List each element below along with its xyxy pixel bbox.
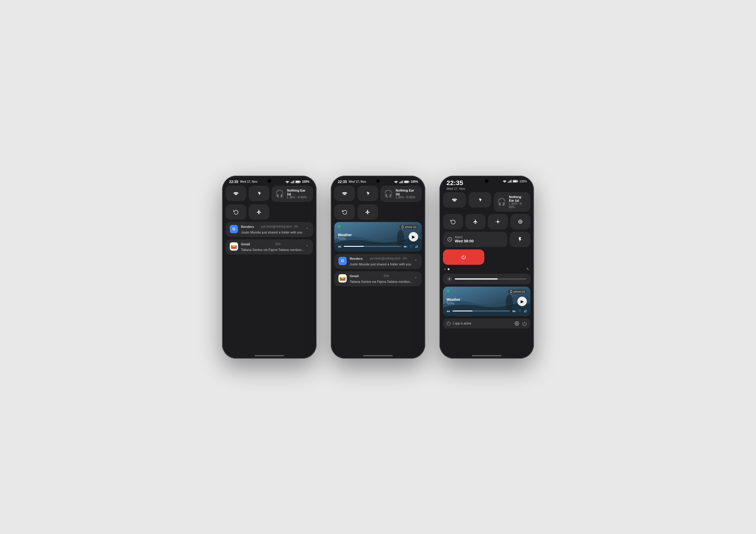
p3-prev-btn[interactable]: ⏮ bbox=[446, 309, 450, 313]
svg-rect-12 bbox=[405, 181, 408, 182]
phone2-status-icons: 100% bbox=[394, 180, 418, 183]
p3-repeat-btn[interactable]: ⇄ bbox=[524, 309, 527, 313]
p2-gmail-expand[interactable]: ⌄ bbox=[414, 274, 418, 279]
brightness-track bbox=[455, 279, 526, 280]
phone3-dim-btn[interactable] bbox=[488, 214, 508, 229]
phone1-airplane-btn[interactable] bbox=[249, 204, 269, 220]
p3-airplane-icon bbox=[473, 219, 478, 224]
svg-rect-19 bbox=[511, 180, 511, 182]
brightness-fill bbox=[455, 279, 498, 280]
phone1-data-btn[interactable] bbox=[249, 186, 269, 201]
phone1-notif-renders[interactable]: G Renders yuri.levin@nothing.tech · 2m ⌄… bbox=[226, 222, 313, 237]
p2-repeat-btn[interactable]: ⇄ bbox=[415, 244, 418, 249]
phone2-earbuds-tile[interactable]: 🎧 Nothing Ear (a) L 90% · R 80% bbox=[380, 186, 422, 202]
phone3-airplane-btn[interactable] bbox=[465, 214, 485, 229]
p2-earbuds-icon: 🎧 bbox=[384, 190, 393, 198]
p2-next-btn[interactable]: ⏭ bbox=[404, 244, 407, 249]
phone2-quick-row2 bbox=[334, 204, 422, 220]
phone3-data-btn[interactable] bbox=[468, 192, 491, 207]
svg-line-34 bbox=[451, 280, 451, 280]
p2-renders-meta: yuri.levin@nothing.tech · 2m bbox=[370, 257, 407, 261]
earbuds-name: Nothing Ear (a) bbox=[287, 189, 310, 196]
p2-progress-fill bbox=[344, 246, 364, 247]
svg-rect-21 bbox=[513, 180, 517, 182]
phone3-row3: Alarm Wed 08:00 bbox=[443, 232, 530, 265]
p3-spotify-dot bbox=[446, 290, 449, 293]
svg-rect-10 bbox=[402, 180, 403, 183]
p3-media-source bbox=[446, 290, 449, 293]
flashlight-icon bbox=[517, 237, 523, 242]
phone1-wifi-btn[interactable] bbox=[226, 186, 246, 201]
phone2-home-indicator[interactable] bbox=[363, 355, 393, 356]
phone2-rotate-btn[interactable] bbox=[334, 204, 355, 220]
edit-btn[interactable]: ✎ bbox=[526, 267, 529, 271]
svg-rect-17 bbox=[509, 181, 510, 182]
phone2-wifi-btn[interactable] bbox=[334, 186, 355, 201]
phone3-flashlight-btn[interactable] bbox=[510, 232, 530, 247]
phone1-notif-gmail[interactable]: Gmail 10m ⌄ Tatiana Santos via Figma Tat… bbox=[226, 239, 313, 254]
p2-play-btn[interactable]: ▶ bbox=[409, 232, 418, 241]
p2-progress-bar[interactable] bbox=[344, 246, 401, 247]
svg-rect-13 bbox=[409, 181, 409, 182]
p2-prev-btn[interactable]: ⏮ bbox=[338, 244, 341, 249]
alarm-icon bbox=[447, 237, 452, 242]
phone3-earbuds-tile[interactable]: 🎧 Nothing Ear (a) L 90% · R 80% bbox=[494, 192, 530, 212]
wifi-btn-icon bbox=[233, 191, 239, 196]
p2-like-btn[interactable]: ♡ bbox=[410, 244, 413, 249]
phone1-home-indicator[interactable] bbox=[255, 355, 284, 356]
p3-progress-bar[interactable] bbox=[452, 310, 510, 311]
phone2-media-player[interactable]: phone (2) Weather Tycho ▶ ⏮ bbox=[334, 222, 422, 252]
p3-next-btn[interactable]: ⏭ bbox=[512, 309, 516, 313]
phone3-media-player[interactable]: phone (2) Weather Tycho ▶ ⏮ bbox=[443, 287, 530, 316]
p3-phone-badge-icon bbox=[510, 290, 513, 293]
p2-renders-expand[interactable]: ⌄ bbox=[414, 257, 418, 261]
phone2-time: 22:35 bbox=[338, 180, 347, 184]
p3-media-controls: ⏮ ⏭ ♡ ⇄ bbox=[446, 309, 527, 313]
spotify-dot bbox=[338, 225, 341, 228]
phone-2: 22:35 Wed 17, Nov 100% bbox=[331, 175, 425, 359]
phone3-home-indicator[interactable] bbox=[472, 355, 501, 356]
phone1-rotate-btn[interactable] bbox=[226, 204, 246, 220]
phone2-quick-row1: 🎧 Nothing Ear (a) L 90% · R 80% bbox=[334, 186, 422, 202]
phone1-date: Wed 17, Nov bbox=[240, 180, 257, 183]
phone3-brightness-bar[interactable] bbox=[443, 274, 530, 284]
phone3-date: Wed 17, Nov bbox=[446, 187, 465, 190]
p3-play-btn[interactable]: ▶ bbox=[517, 297, 527, 306]
phone2-notif-gmail[interactable]: Gmail 10m ⌄ Tatiana Santos via Figma Tat… bbox=[334, 271, 422, 286]
phone2-notif-renders[interactable]: G Renders yuri.levin@nothing.tech · 2m ⌄… bbox=[334, 254, 422, 269]
gmail-expand-btn[interactable]: ⌄ bbox=[305, 242, 309, 247]
renders-icon: G bbox=[230, 225, 238, 233]
p2-media-source bbox=[338, 225, 341, 228]
earbuds-battery: L 90% · R 80% bbox=[287, 196, 310, 199]
phone3-power-btn[interactable] bbox=[443, 250, 484, 265]
phone1-spacer bbox=[272, 204, 313, 220]
svg-rect-1 bbox=[292, 181, 292, 183]
phone3-rotate-btn[interactable] bbox=[443, 214, 463, 229]
phone2-airplane-btn[interactable] bbox=[357, 204, 378, 220]
p3-earbuds-battery: L 90% · R 80% bbox=[509, 202, 527, 209]
brightness-icon bbox=[447, 277, 452, 281]
phone3-active-apps-bar[interactable]: 1 app is active bbox=[443, 318, 530, 329]
p3-progress-fill bbox=[452, 310, 472, 311]
phone3-wifi-btn[interactable] bbox=[443, 192, 466, 207]
phone2-data-btn[interactable] bbox=[357, 186, 378, 201]
renders-expand-btn[interactable]: ⌄ bbox=[305, 225, 309, 230]
phone1-battery: 100% bbox=[302, 180, 310, 183]
alarm-label: Alarm bbox=[455, 236, 503, 239]
phone1-earbuds-tile[interactable]: 🎧 Nothing Ear (a) L 90% · R 80% bbox=[272, 186, 313, 202]
phone2-date: Wed 17, Nov bbox=[349, 180, 366, 183]
battery-icon bbox=[295, 180, 301, 183]
p3-like-btn[interactable]: ♡ bbox=[518, 309, 522, 313]
phone3-hotspot-btn[interactable] bbox=[510, 214, 530, 229]
svg-rect-2 bbox=[293, 181, 293, 183]
power-off-icon[interactable] bbox=[522, 321, 527, 326]
power-icon bbox=[461, 254, 466, 260]
phone3-alarm-tile[interactable]: Alarm Wed 08:00 bbox=[443, 232, 507, 247]
p3-battery-icon bbox=[513, 180, 518, 183]
settings-icon[interactable] bbox=[514, 321, 519, 326]
p3-wifi-icon bbox=[502, 180, 507, 183]
svg-rect-6 bbox=[300, 181, 301, 182]
phone3-time: 22:35 bbox=[446, 180, 465, 186]
p2-data-icon bbox=[365, 191, 370, 196]
rotate-icon bbox=[233, 209, 239, 215]
